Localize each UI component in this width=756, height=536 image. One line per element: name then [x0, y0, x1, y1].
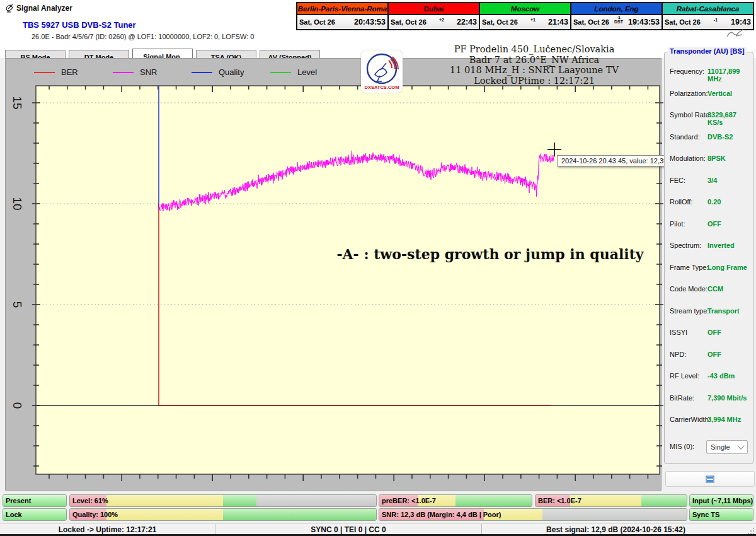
y-tick-label-15: 15 — [10, 93, 24, 112]
world-clocks: Berlin-Paris-Vienna-RomaSat, Oct 2620:43… — [296, 2, 754, 30]
clock-time-row: Sat, Oct 26+121:43 — [480, 15, 570, 29]
clock-time-row: Sat, Oct 26-1DST19:43:53 — [571, 15, 662, 29]
window-title: Signal Analyzer — [16, 4, 72, 13]
transponder-field-label: Stream type: — [670, 307, 709, 315]
clock-date: Sat, Oct 26 — [391, 18, 427, 26]
bar-label: SNR: 12,3 dB (Margin: 4,4 dB | Poor) — [382, 509, 501, 520]
chart-annotation: -A- : two-step growth or jump in quality — [335, 246, 646, 262]
transponder-field-label: Standard: — [670, 133, 700, 141]
bar-label: Sync TS — [692, 509, 719, 520]
transponder-field-value: Inverted — [707, 242, 735, 249]
bar-ber: BER: <1.0E-7 — [535, 494, 687, 507]
bar-preber: preBER: <1.0E-7 — [379, 494, 532, 507]
bar-label: Input (~7,11 Mbps) — [692, 495, 753, 506]
transponder-field-label: Code Mode: — [670, 285, 707, 293]
bar-sync-ts: Sync TS — [689, 508, 753, 521]
clock-time-value: 20:43:53 — [354, 18, 386, 26]
mis-dropdown[interactable]: Single — [706, 440, 748, 454]
site-info-line4: Locked UPtime : 12:17:21 — [406, 76, 662, 86]
clock-date: Sat, Oct 26 — [299, 18, 335, 26]
site-info-overlay: PF Prodelin 450_Lučenec/Slovakia Badr 7 … — [406, 44, 662, 86]
transponder-field-value: Transport — [707, 307, 740, 315]
transponder-title: Transponder (AU) [BS] — [668, 47, 747, 55]
legend-label: BER — [61, 67, 78, 77]
transponder-field-value: OFF — [707, 351, 721, 358]
transponder-field-label: CarrierWidth: — [670, 416, 711, 423]
legend-swatch-quality — [192, 72, 212, 73]
clock-berlin-paris-vienna-roma: Berlin-Paris-Vienna-RomaSat, Oct 2620:43… — [296, 2, 389, 30]
transponder-field-label: NPD: — [670, 351, 686, 358]
clock-date: Sat, Oct 26 — [665, 18, 701, 26]
transponder-field-value: OFF — [707, 220, 721, 228]
legend-swatch-ber — [34, 72, 55, 73]
transponder-field-label: RF Level: — [670, 372, 699, 380]
tuning-info: 26.0E - Badr 4/5/6/7 (ID: 0260) @ LOF1: … — [32, 33, 254, 40]
clock-utc-offset: +1 — [518, 18, 548, 22]
device-title: TBS 5927 USB DVB-S2 Tuner — [23, 20, 136, 30]
layers-icon — [706, 475, 714, 483]
transponder-field-label: BitRate: — [670, 394, 694, 402]
bar-quality: Quality: 100% — [69, 508, 377, 521]
bar-label: Quality: 100% — [72, 509, 118, 520]
clock-time-value: 22:43 — [457, 18, 477, 26]
transponder-field-value: 0.20 — [707, 198, 721, 206]
transponder-field-label: Frame Type: — [670, 264, 709, 271]
bar-zone-gray — [256, 495, 376, 506]
signature-mark — [726, 28, 745, 39]
stream-list-button[interactable] — [665, 471, 755, 487]
legend-swatch-snr — [113, 72, 134, 73]
transponder-field-value: CCM — [707, 285, 723, 293]
clock-dubai: DubaiSat, Oct 26+222:43 — [387, 2, 480, 30]
bar-zone-green — [223, 509, 376, 520]
bar-label: Present — [6, 495, 31, 506]
clock-utc-offset: +2 — [427, 18, 457, 22]
legend-item-snr: SNR — [113, 67, 192, 77]
bar-zone-yellow — [106, 495, 223, 506]
bar-snr: SNR: 12,3 dB (Margin: 4,4 dB | Poor) — [379, 508, 687, 521]
bar-zone-green — [455, 495, 532, 506]
transponder-field-value: Vertical — [707, 90, 732, 97]
clock-city-label: Dubai — [389, 3, 479, 15]
site-info-line2: Badr 7 at 26.0°E_NW Africa — [406, 55, 662, 66]
clock-date: Sat, Oct 26 — [482, 18, 518, 26]
transponder-field-label: Spectrum: — [670, 242, 701, 249]
clock-moscow: MoscowSat, Oct 26+121:43 — [479, 2, 571, 30]
site-info-line1: PF Prodelin 450_Lučenec/Slovakia — [406, 44, 662, 55]
legend-label: Level — [297, 67, 317, 77]
transponder-field-label: RollOff: — [670, 198, 692, 206]
svg-text:DXSATCS.COM: DXSATCS.COM — [365, 84, 399, 90]
bar-level: Level: 61% — [69, 494, 377, 507]
mis-selected-value: Single — [711, 443, 730, 451]
bar-zone-gray — [542, 509, 687, 520]
transponder-field-value: Long Frame — [707, 264, 747, 271]
site-info-line3: 11 018 MHz_H : SNRT Laayoune TV — [406, 65, 662, 76]
legend-item-level: Level — [270, 67, 349, 77]
signal-plot[interactable] — [36, 86, 660, 474]
statusbar-sync: SYNC 0 | TEI 0 | CC 0 — [215, 524, 482, 535]
bar-zone-yellow — [106, 509, 223, 520]
transponder-field-value: 7,390 Mbit/s — [707, 394, 747, 402]
bar-zone-green — [641, 495, 687, 506]
transponder-field-label: Polarization: — [670, 90, 708, 97]
mis-label: MIS (0): — [670, 443, 694, 450]
chevron-down-icon — [737, 442, 744, 449]
bar-lock: Lock — [3, 508, 67, 521]
clock-time-value: 21:43 — [548, 18, 568, 26]
transponder-field-value: -43 dBm — [707, 372, 735, 380]
app-satellite-icon — [5, 3, 14, 13]
clock-time-row: Sat, Oct 26-119:43 — [663, 15, 753, 29]
dxsatcs-logo-image: DXSATCS.COM — [362, 52, 401, 91]
transponder-field-label: Frequency: — [670, 67, 704, 75]
bar-label: Level: 61% — [72, 495, 108, 506]
transponder-field-label: Symbol Rate: — [670, 111, 711, 119]
transponder-field-label: Pilot: — [670, 220, 685, 228]
transponder-field-value: OFF — [707, 329, 721, 336]
legend-label: Quality — [219, 67, 244, 77]
resize-grip[interactable] — [748, 527, 755, 534]
clock-city-label: Berlin-Paris-Vienna-Roma — [297, 3, 387, 15]
chart-legend: BERSNRQualityLevel — [34, 67, 349, 77]
y-tick-label-10: 10 — [10, 194, 24, 213]
transponder-field-value: DVB-S2 — [707, 133, 733, 141]
clock-city-label: London, Eng — [571, 3, 662, 15]
transponder-groupbox: Frequency:11017,899 MHzPolarization:Vert… — [664, 52, 753, 464]
